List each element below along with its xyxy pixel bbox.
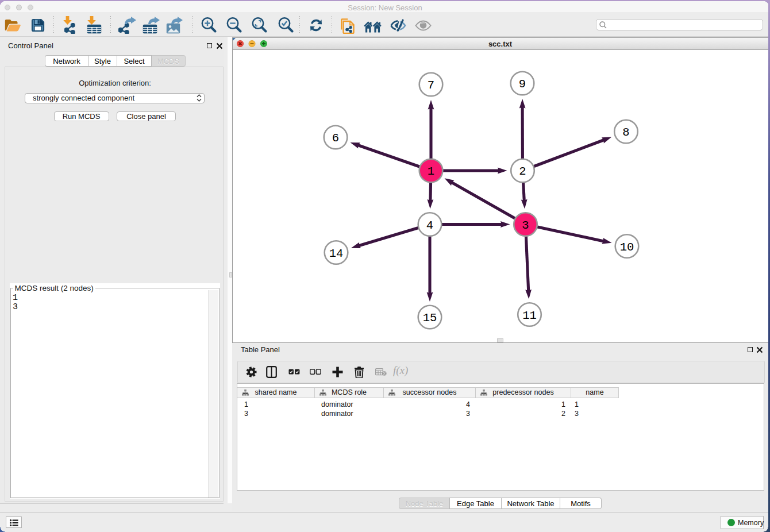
svg-text:7: 7 [428, 79, 434, 92]
svg-text:1: 1 [428, 165, 434, 178]
svg-text:9: 9 [519, 78, 526, 91]
svg-text:11: 11 [522, 309, 537, 322]
svg-text:4: 4 [426, 218, 433, 232]
svg-text:6: 6 [332, 132, 339, 145]
svg-text:8: 8 [622, 126, 629, 139]
svg-text:10: 10 [620, 240, 634, 253]
svg-text:2: 2 [519, 165, 526, 178]
svg-text:15: 15 [423, 311, 437, 325]
svg-text:3: 3 [522, 218, 529, 232]
svg-text:14: 14 [329, 246, 344, 260]
